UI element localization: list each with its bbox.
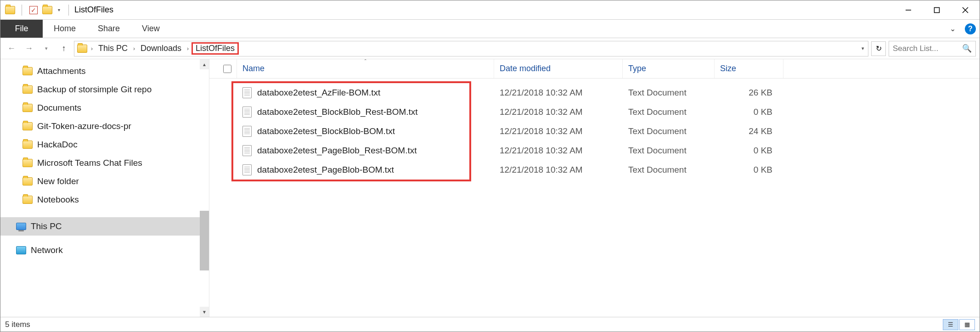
file-date: 12/21/2018 10:32 AM bbox=[494, 126, 623, 136]
sidebar-item[interactable]: Notebooks bbox=[0, 191, 209, 209]
sidebar-item[interactable]: Git-Token-azure-docs-pr bbox=[0, 117, 209, 135]
text-document-icon bbox=[242, 145, 252, 156]
sidebar-item-label: Documents bbox=[37, 103, 81, 113]
sidebar-item[interactable]: Backup of storsimple Git repo bbox=[0, 80, 209, 99]
file-list-area: ˄ Name Date modified Type Size databoxe2… bbox=[209, 59, 980, 317]
qat: ✓ ▾ ListOfFiles bbox=[0, 4, 113, 16]
breadcrumb-downloads[interactable]: Downloads bbox=[138, 43, 184, 54]
navigation-pane: AttachmentsBackup of storsimple Git repo… bbox=[0, 59, 209, 317]
folder-icon bbox=[23, 177, 33, 186]
search-input[interactable]: Search List... 🔍 bbox=[889, 41, 976, 56]
file-type: Text Document bbox=[623, 165, 715, 175]
scrollbar-thumb[interactable] bbox=[200, 211, 209, 270]
file-size: 24 KB bbox=[715, 126, 783, 136]
separator bbox=[68, 5, 69, 16]
file-name: databoxe2etest_BlockBlob-BOM.txt bbox=[257, 126, 395, 136]
file-tab[interactable]: File bbox=[0, 20, 43, 38]
sidebar-item-label: HackaDoc bbox=[37, 140, 78, 150]
search-icon: 🔍 bbox=[962, 44, 972, 53]
item-count: 5 items bbox=[5, 320, 30, 329]
sort-ascending-icon: ˄ bbox=[364, 59, 367, 64]
minimize-button[interactable] bbox=[894, 0, 923, 20]
sidebar-item-this-pc[interactable]: This PC bbox=[0, 217, 209, 236]
folder-icon bbox=[23, 85, 33, 94]
computer-icon bbox=[16, 223, 26, 230]
file-row[interactable]: databoxe2etest_AzFile-BOM.txt12/21/2018 … bbox=[218, 83, 980, 102]
breadcrumb-root[interactable]: This PC bbox=[96, 43, 130, 54]
details-view-button[interactable]: ☰ bbox=[943, 319, 958, 330]
file-type: Text Document bbox=[623, 146, 715, 156]
file-row[interactable]: databoxe2etest_BlockBlob_Rest-BOM.txt12/… bbox=[218, 102, 980, 122]
forward-button[interactable]: → bbox=[22, 41, 36, 56]
column-type[interactable]: Type bbox=[623, 59, 715, 78]
file-size: 0 KB bbox=[715, 107, 783, 117]
select-all-checkbox[interactable] bbox=[218, 59, 237, 78]
text-document-icon bbox=[242, 164, 252, 175]
sidebar-item[interactable]: HackaDoc bbox=[0, 135, 209, 154]
view-tab[interactable]: View bbox=[131, 20, 171, 38]
chevron-right-icon[interactable]: › bbox=[90, 45, 94, 52]
properties-icon[interactable]: ✓ bbox=[28, 4, 39, 16]
close-button[interactable] bbox=[951, 0, 980, 20]
expand-ribbon-icon[interactable]: ⌄ bbox=[946, 24, 959, 33]
file-type: Text Document bbox=[623, 88, 715, 98]
refresh-button[interactable]: ↻ bbox=[871, 41, 886, 56]
sidebar-item[interactable]: Documents bbox=[0, 99, 209, 117]
search-placeholder: Search List... bbox=[893, 44, 938, 53]
folder-icon bbox=[23, 122, 33, 130]
icons-view-button[interactable]: ▦ bbox=[959, 319, 975, 330]
scroll-up-icon[interactable]: ▲ bbox=[200, 59, 209, 69]
address-bar[interactable]: › This PC › Downloads › ListOfFiles ▾ bbox=[74, 41, 868, 56]
chevron-right-icon[interactable]: › bbox=[132, 45, 136, 52]
navigation-bar: ← → ▾ ↑ › This PC › Downloads › ListOfFi… bbox=[0, 38, 980, 59]
column-date[interactable]: Date modified bbox=[494, 59, 623, 78]
qat-dropdown-icon[interactable]: ▾ bbox=[58, 7, 60, 12]
window-title: ListOfFiles bbox=[74, 5, 113, 15]
folder-icon bbox=[23, 104, 33, 112]
file-date: 12/21/2018 10:32 AM bbox=[494, 165, 623, 175]
file-name: databoxe2etest_BlockBlob_Rest-BOM.txt bbox=[257, 107, 418, 117]
file-row[interactable]: databoxe2etest_PageBlob-BOM.txt12/21/201… bbox=[218, 160, 980, 180]
file-size: 0 KB bbox=[715, 165, 783, 175]
breadcrumb-current[interactable]: ListOfFiles bbox=[191, 42, 239, 55]
sidebar-item[interactable]: Attachments bbox=[0, 62, 209, 80]
file-size: 26 KB bbox=[715, 88, 783, 98]
file-row[interactable]: databoxe2etest_BlockBlob-BOM.txt12/21/20… bbox=[218, 122, 980, 141]
sidebar-item-network[interactable]: Network bbox=[0, 241, 209, 259]
column-label: Type bbox=[628, 64, 646, 73]
back-button[interactable]: ← bbox=[4, 41, 19, 56]
share-tab[interactable]: Share bbox=[87, 20, 131, 38]
column-name[interactable]: ˄ Name bbox=[237, 59, 494, 78]
sidebar-item-label: Backup of storsimple Git repo bbox=[37, 84, 152, 95]
title-bar: ✓ ▾ ListOfFiles bbox=[0, 0, 980, 20]
sidebar-item-label: New folder bbox=[37, 176, 79, 186]
file-size: 0 KB bbox=[715, 146, 783, 156]
text-document-icon bbox=[242, 107, 252, 118]
new-folder-icon[interactable] bbox=[41, 4, 53, 16]
folder-icon bbox=[23, 159, 33, 167]
svg-rect-1 bbox=[935, 7, 940, 12]
text-document-icon bbox=[242, 126, 252, 137]
file-date: 12/21/2018 10:32 AM bbox=[494, 88, 623, 98]
home-tab[interactable]: Home bbox=[43, 20, 87, 38]
file-type: Text Document bbox=[623, 126, 715, 136]
sidebar-item[interactable]: Microsoft Teams Chat Files bbox=[0, 154, 209, 172]
sidebar-item[interactable]: New folder bbox=[0, 172, 209, 191]
maximize-button[interactable] bbox=[923, 0, 951, 20]
address-dropdown-icon[interactable]: ▾ bbox=[862, 45, 864, 51]
body: AttachmentsBackup of storsimple Git repo… bbox=[0, 59, 980, 317]
up-button[interactable]: ↑ bbox=[56, 41, 71, 56]
recent-dropdown-icon[interactable]: ▾ bbox=[39, 41, 54, 56]
sidebar-item-label: Microsoft Teams Chat Files bbox=[37, 158, 142, 168]
column-size[interactable]: Size bbox=[715, 59, 783, 78]
file-row[interactable]: databoxe2etest_PageBlob_Rest-BOM.txt12/2… bbox=[218, 141, 980, 160]
sidebar-item-label: Attachments bbox=[37, 66, 86, 76]
separator bbox=[22, 5, 22, 16]
network-icon bbox=[16, 246, 26, 254]
column-label: Name bbox=[242, 64, 265, 73]
file-name: databoxe2etest_AzFile-BOM.txt bbox=[257, 88, 380, 98]
help-button[interactable]: ? bbox=[965, 23, 976, 34]
file-date: 12/21/2018 10:32 AM bbox=[494, 146, 623, 156]
scroll-down-icon[interactable]: ▼ bbox=[200, 307, 209, 317]
chevron-right-icon[interactable]: › bbox=[186, 45, 190, 52]
